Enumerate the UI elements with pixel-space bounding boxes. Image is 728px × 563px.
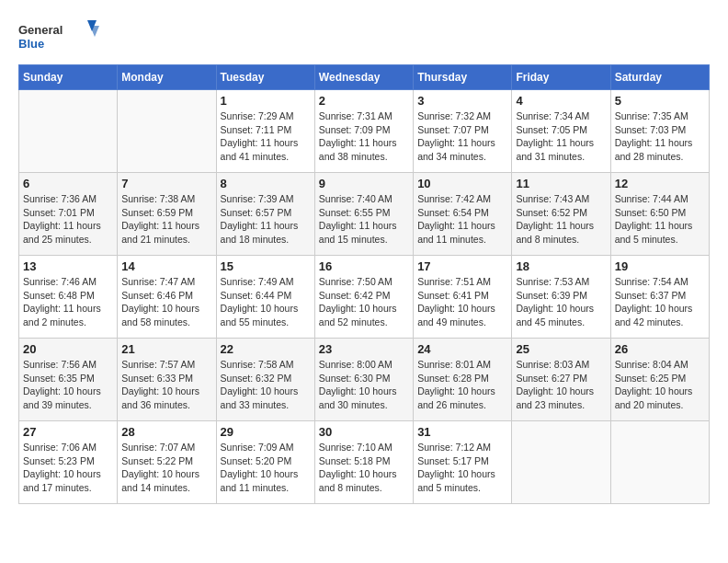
day-number: 3 xyxy=(417,94,507,108)
day-info: Sunrise: 7:07 AM Sunset: 5:22 PM Dayligh… xyxy=(121,441,211,495)
day-number: 8 xyxy=(221,177,311,190)
day-info: Sunrise: 7:58 AM Sunset: 6:32 PM Dayligh… xyxy=(221,358,311,412)
calendar-cell: 27Sunrise: 7:06 AM Sunset: 5:23 PM Dayli… xyxy=(19,421,118,504)
weekday-header: Friday xyxy=(512,65,610,90)
day-info: Sunrise: 7:36 AM Sunset: 7:01 PM Dayligh… xyxy=(23,192,113,247)
day-info: Sunrise: 7:46 AM Sunset: 6:48 PM Dayligh… xyxy=(23,275,113,329)
calendar-week-row: 20Sunrise: 7:56 AM Sunset: 6:35 PM Dayli… xyxy=(19,339,710,421)
weekday-header: Saturday xyxy=(610,65,709,90)
calendar-cell: 18Sunrise: 7:53 AM Sunset: 6:39 PM Dayli… xyxy=(512,256,610,339)
calendar-week-row: 1Sunrise: 7:29 AM Sunset: 7:11 PM Daylig… xyxy=(19,90,710,173)
weekday-header: Tuesday xyxy=(216,65,314,90)
day-info: Sunrise: 7:56 AM Sunset: 6:35 PM Dayligh… xyxy=(23,358,113,412)
calendar-cell: 19Sunrise: 7:54 AM Sunset: 6:37 PM Dayli… xyxy=(610,256,709,339)
calendar-cell: 21Sunrise: 7:57 AM Sunset: 6:33 PM Dayli… xyxy=(118,339,216,421)
calendar-cell: 17Sunrise: 7:51 AM Sunset: 6:41 PM Dayli… xyxy=(414,256,512,339)
day-number: 2 xyxy=(319,94,409,108)
day-number: 10 xyxy=(417,177,507,190)
calendar-cell: 9Sunrise: 7:40 AM Sunset: 6:55 PM Daylig… xyxy=(314,173,413,256)
calendar-cell: 13Sunrise: 7:46 AM Sunset: 6:48 PM Dayli… xyxy=(19,256,118,339)
day-info: Sunrise: 7:57 AM Sunset: 6:33 PM Dayligh… xyxy=(121,358,211,412)
calendar-cell: 15Sunrise: 7:49 AM Sunset: 6:44 PM Dayli… xyxy=(216,256,314,339)
day-info: Sunrise: 7:43 AM Sunset: 6:52 PM Dayligh… xyxy=(516,192,606,247)
weekday-header: Sunday xyxy=(19,65,118,90)
day-number: 12 xyxy=(615,177,705,190)
day-info: Sunrise: 8:01 AM Sunset: 6:28 PM Dayligh… xyxy=(417,358,507,412)
day-number: 4 xyxy=(516,94,606,108)
calendar-cell xyxy=(118,90,216,173)
day-number: 9 xyxy=(319,177,409,190)
day-info: Sunrise: 7:39 AM Sunset: 6:57 PM Dayligh… xyxy=(221,192,311,247)
svg-marker-3 xyxy=(90,26,99,37)
day-info: Sunrise: 7:35 AM Sunset: 7:03 PM Dayligh… xyxy=(615,109,705,164)
day-number: 14 xyxy=(121,259,211,273)
calendar-cell: 20Sunrise: 7:56 AM Sunset: 6:35 PM Dayli… xyxy=(19,339,118,421)
calendar-week-row: 13Sunrise: 7:46 AM Sunset: 6:48 PM Dayli… xyxy=(19,256,710,339)
svg-text:General: General xyxy=(18,23,63,37)
day-number: 24 xyxy=(417,342,507,356)
calendar-cell: 25Sunrise: 8:03 AM Sunset: 6:27 PM Dayli… xyxy=(512,339,610,421)
day-number: 1 xyxy=(221,94,311,108)
day-info: Sunrise: 7:44 AM Sunset: 6:50 PM Dayligh… xyxy=(615,192,705,247)
calendar-cell: 7Sunrise: 7:38 AM Sunset: 6:59 PM Daylig… xyxy=(118,173,216,256)
day-number: 23 xyxy=(319,342,409,356)
day-number: 16 xyxy=(319,259,409,273)
calendar-cell: 12Sunrise: 7:44 AM Sunset: 6:50 PM Dayli… xyxy=(610,173,709,256)
calendar-cell: 31Sunrise: 7:12 AM Sunset: 5:17 PM Dayli… xyxy=(414,421,512,504)
day-info: Sunrise: 7:51 AM Sunset: 6:41 PM Dayligh… xyxy=(417,275,507,329)
calendar-cell: 8Sunrise: 7:39 AM Sunset: 6:57 PM Daylig… xyxy=(216,173,314,256)
day-number: 5 xyxy=(615,94,705,108)
day-info: Sunrise: 7:31 AM Sunset: 7:09 PM Dayligh… xyxy=(319,109,409,164)
calendar-cell: 28Sunrise: 7:07 AM Sunset: 5:22 PM Dayli… xyxy=(118,421,216,504)
day-number: 11 xyxy=(516,177,606,190)
day-number: 30 xyxy=(319,425,409,439)
calendar-cell: 1Sunrise: 7:29 AM Sunset: 7:11 PM Daylig… xyxy=(216,90,314,173)
calendar-week-row: 27Sunrise: 7:06 AM Sunset: 5:23 PM Dayli… xyxy=(19,421,710,504)
day-number: 15 xyxy=(221,259,311,273)
svg-text:Blue: Blue xyxy=(18,37,44,51)
calendar-cell: 4Sunrise: 7:34 AM Sunset: 7:05 PM Daylig… xyxy=(512,90,610,173)
day-number: 21 xyxy=(121,342,211,356)
day-number: 31 xyxy=(417,425,507,439)
day-info: Sunrise: 7:40 AM Sunset: 6:55 PM Dayligh… xyxy=(319,192,409,247)
day-number: 26 xyxy=(615,342,705,356)
day-info: Sunrise: 7:54 AM Sunset: 6:37 PM Dayligh… xyxy=(615,275,705,329)
day-info: Sunrise: 7:50 AM Sunset: 6:42 PM Dayligh… xyxy=(319,275,409,329)
calendar-cell xyxy=(512,421,610,504)
calendar-cell: 23Sunrise: 8:00 AM Sunset: 6:30 PM Dayli… xyxy=(314,339,413,421)
calendar-cell: 6Sunrise: 7:36 AM Sunset: 7:01 PM Daylig… xyxy=(19,173,118,256)
calendar-cell: 26Sunrise: 8:04 AM Sunset: 6:25 PM Dayli… xyxy=(610,339,709,421)
weekday-header: Monday xyxy=(118,65,216,90)
calendar-cell: 22Sunrise: 7:58 AM Sunset: 6:32 PM Dayli… xyxy=(216,339,314,421)
day-info: Sunrise: 8:00 AM Sunset: 6:30 PM Dayligh… xyxy=(319,358,409,412)
day-number: 27 xyxy=(23,425,113,439)
calendar-cell: 11Sunrise: 7:43 AM Sunset: 6:52 PM Dayli… xyxy=(512,173,610,256)
day-number: 13 xyxy=(23,259,113,273)
calendar-cell: 16Sunrise: 7:50 AM Sunset: 6:42 PM Dayli… xyxy=(314,256,413,339)
calendar-cell xyxy=(19,90,118,173)
day-info: Sunrise: 7:38 AM Sunset: 6:59 PM Dayligh… xyxy=(121,192,211,247)
calendar-cell: 29Sunrise: 7:09 AM Sunset: 5:20 PM Dayli… xyxy=(216,421,314,504)
weekday-header: Thursday xyxy=(414,65,512,90)
day-number: 6 xyxy=(23,177,113,190)
calendar-cell: 24Sunrise: 8:01 AM Sunset: 6:28 PM Dayli… xyxy=(414,339,512,421)
day-number: 17 xyxy=(417,259,507,273)
day-info: Sunrise: 8:03 AM Sunset: 6:27 PM Dayligh… xyxy=(516,358,606,412)
day-number: 7 xyxy=(121,177,211,190)
day-info: Sunrise: 7:29 AM Sunset: 7:11 PM Dayligh… xyxy=(221,109,311,164)
page-header: General Blue xyxy=(18,18,710,55)
day-info: Sunrise: 7:10 AM Sunset: 5:18 PM Dayligh… xyxy=(319,441,409,495)
day-number: 29 xyxy=(221,425,311,439)
calendar-table: SundayMondayTuesdayWednesdayThursdayFrid… xyxy=(18,64,710,504)
day-info: Sunrise: 7:49 AM Sunset: 6:44 PM Dayligh… xyxy=(221,275,311,329)
day-info: Sunrise: 7:12 AM Sunset: 5:17 PM Dayligh… xyxy=(417,441,507,495)
day-info: Sunrise: 7:09 AM Sunset: 5:20 PM Dayligh… xyxy=(221,441,311,495)
day-number: 25 xyxy=(516,342,606,356)
day-info: Sunrise: 7:32 AM Sunset: 7:07 PM Dayligh… xyxy=(417,109,507,164)
day-info: Sunrise: 7:06 AM Sunset: 5:23 PM Dayligh… xyxy=(23,441,113,495)
day-number: 22 xyxy=(221,342,311,356)
day-number: 19 xyxy=(615,259,705,273)
calendar-cell: 3Sunrise: 7:32 AM Sunset: 7:07 PM Daylig… xyxy=(414,90,512,173)
day-number: 20 xyxy=(23,342,113,356)
day-number: 28 xyxy=(121,425,211,439)
